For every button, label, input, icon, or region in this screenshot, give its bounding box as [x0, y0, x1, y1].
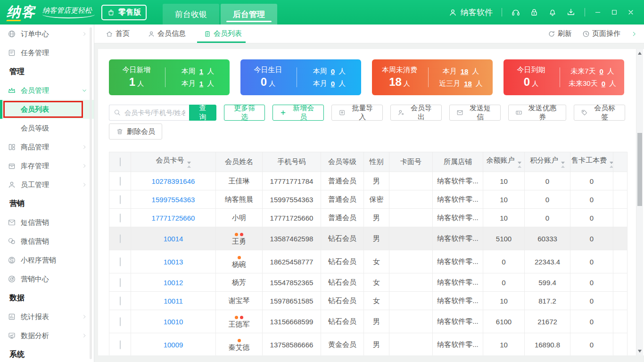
divider: [560, 67, 560, 87]
refresh-button[interactable]: 刷新: [548, 29, 572, 38]
tab-member-list[interactable]: 会员列表: [202, 25, 244, 43]
tab-front-cashier[interactable]: 前台收银: [163, 4, 219, 25]
tag-icon: [581, 109, 588, 116]
main-area: 首页 会员信息 会员列表 刷新 页面操作: [94, 25, 644, 362]
add-member-button[interactable]: 新增会员: [272, 105, 324, 121]
stat-row-value[interactable]: 18: [464, 80, 472, 88]
member-tag-button[interactable]: 会员标签: [574, 105, 625, 121]
top-nav-tabs: 前台收银 后台管理: [163, 4, 277, 25]
download-icon[interactable]: [566, 8, 576, 17]
sidebar-item[interactable]: 会员等级: [0, 119, 94, 138]
sort-arrows-icon[interactable]: [610, 162, 613, 168]
tab-member-info[interactable]: 会员信息: [146, 25, 188, 43]
content-scrollbar[interactable]: [636, 49, 643, 355]
sidebar-item[interactable]: 任务管理: [0, 43, 94, 62]
maximize-button[interactable]: [611, 8, 618, 16]
stat-row-value[interactable]: 0: [600, 67, 603, 75]
sidebar-item[interactable]: 微信营销: [0, 232, 94, 251]
miniprogram-icon: [8, 256, 16, 264]
sidebar-scrollbar[interactable]: [90, 27, 92, 359]
member-card-link[interactable]: 10011: [164, 297, 183, 305]
sidebar-item[interactable]: 员工管理: [0, 175, 94, 194]
member-card-link[interactable]: 10013: [164, 258, 183, 266]
row-checkbox[interactable]: [120, 340, 121, 349]
globe-icon: [8, 30, 16, 38]
scroll-down-arrow[interactable]: [638, 350, 642, 353]
user-account[interactable]: 纳客软件: [448, 7, 493, 18]
row-checkbox[interactable]: [120, 234, 121, 243]
sidebar-item[interactable]: 库存管理: [0, 156, 94, 175]
sidebar-item[interactable]: 订单中心: [0, 25, 94, 43]
card-no-cell: 10011: [131, 292, 216, 310]
minimize-button[interactable]: [594, 8, 602, 16]
user-name: 纳客软件: [461, 7, 493, 18]
stat-row-value[interactable]: 18: [461, 67, 469, 75]
stat-row-value[interactable]: 0: [331, 80, 335, 88]
member-card-link[interactable]: 17771725660: [152, 214, 195, 222]
headset-icon[interactable]: [511, 8, 520, 17]
sidebar-item[interactable]: 营销中心: [0, 270, 94, 288]
row-checkbox[interactable]: [120, 195, 121, 204]
sort-arrows-icon[interactable]: [187, 162, 191, 168]
sort-arrows-icon[interactable]: [561, 162, 565, 168]
row-checkbox[interactable]: [120, 296, 121, 305]
chevron-right-icon[interactable]: [631, 31, 637, 37]
stat-row-unit: 人: [339, 79, 346, 88]
send-sms-button[interactable]: 发送短信: [449, 105, 501, 121]
member-export-button[interactable]: 会员导出: [390, 105, 442, 121]
send-coupon-button[interactable]: ¥发送优惠券: [508, 105, 566, 121]
stat-row-value[interactable]: 1: [199, 67, 203, 75]
stat-card-title: 今日新增: [113, 66, 160, 74]
row-checkbox[interactable]: [120, 177, 121, 186]
sidebar-item[interactable]: 商品管理: [0, 138, 94, 156]
sidebar-item[interactable]: 数据分析: [0, 326, 94, 345]
sort-arrows-icon[interactable]: [518, 162, 521, 168]
page-operations-button[interactable]: 页面操作: [582, 29, 620, 38]
more-filters-button[interactable]: 更多筛选: [224, 105, 265, 121]
search-button[interactable]: 查询: [189, 105, 216, 121]
tab-home[interactable]: 首页: [104, 25, 132, 43]
member-card-link[interactable]: 10009: [164, 341, 183, 349]
member-card-link[interactable]: 10010: [164, 318, 183, 326]
row-checkbox[interactable]: [120, 317, 121, 326]
plus-icon: [280, 109, 287, 116]
sidebar-item[interactable]: 短信营销: [0, 213, 94, 232]
card-fee: 0: [570, 310, 613, 333]
member-card-link[interactable]: 15997554363: [152, 196, 195, 204]
svg-text:¥: ¥: [519, 111, 520, 114]
points-account: 0: [525, 209, 570, 227]
status-dot-icon: [238, 256, 241, 259]
close-button[interactable]: [627, 8, 635, 16]
member-card-link[interactable]: 10278391646: [152, 177, 195, 185]
delete-member-button[interactable]: 删除会员: [109, 123, 162, 140]
sidebar-item[interactable]: 统计报表: [0, 307, 94, 326]
member-phone: 15547852365: [263, 273, 321, 292]
stat-row-value[interactable]: 0: [602, 80, 605, 88]
card-no-cell: 17771725660: [131, 209, 216, 227]
scrollbar-thumb[interactable]: [637, 133, 642, 206]
bell-icon[interactable]: [548, 8, 557, 17]
sidebar-item[interactable]: 小程序营销: [0, 251, 94, 270]
sidebar-item[interactable]: 会员管理: [0, 81, 94, 100]
stat-row-value[interactable]: 1: [199, 80, 203, 88]
tab-backend-manage[interactable]: 后台管理: [221, 4, 277, 25]
row-checkbox[interactable]: [120, 257, 121, 266]
checkbox-cell: [109, 310, 131, 333]
stat-row-value[interactable]: 0: [331, 67, 335, 75]
scroll-up-arrow[interactable]: [638, 52, 642, 55]
tab-label: 会员列表: [214, 29, 242, 38]
member-card-link[interactable]: 10014: [164, 235, 183, 243]
status-dot-icon: [240, 316, 243, 319]
row-checkbox[interactable]: [120, 278, 121, 287]
member-dots: [217, 337, 261, 342]
select-all-checkbox[interactable]: [120, 157, 121, 166]
card-no-cell: 10009: [131, 333, 216, 356]
lock-icon[interactable]: [529, 8, 539, 17]
sidebar-item[interactable]: 会员列表: [0, 100, 94, 119]
batch-import-button[interactable]: 批量导入: [331, 105, 383, 121]
page-operations-label: 页面操作: [592, 29, 620, 38]
column-label: 卡面号: [400, 157, 421, 165]
member-card-link[interactable]: 10012: [164, 279, 183, 287]
column-header: 性别: [364, 152, 389, 172]
row-checkbox[interactable]: [120, 214, 121, 222]
